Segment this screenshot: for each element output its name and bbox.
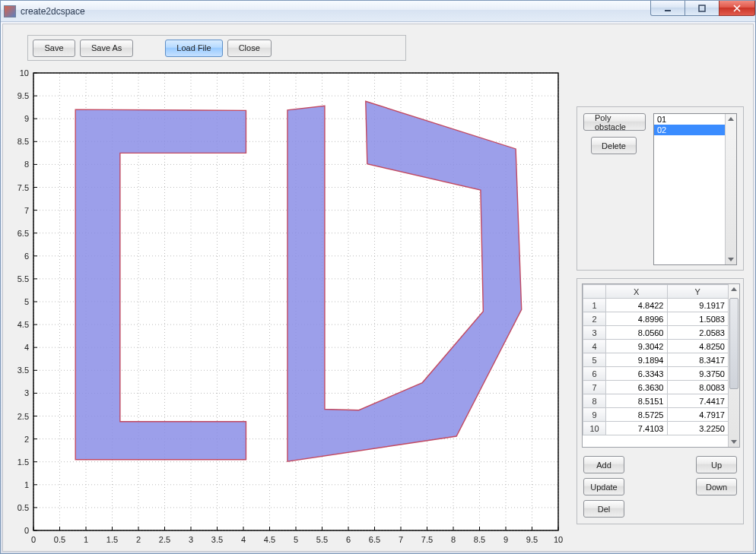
row-header[interactable]: 7 bbox=[583, 381, 606, 394]
cell-y[interactable]: 2.0583 bbox=[667, 326, 729, 340]
cell-x[interactable]: 8.5725 bbox=[606, 408, 668, 422]
load-file-button[interactable]: Load File bbox=[165, 40, 222, 57]
cell-y[interactable]: 9.3750 bbox=[667, 367, 729, 381]
vertex-table-container: X Y 14.84229.191724.89961.508338.05602.0… bbox=[582, 283, 740, 448]
svg-rect-1 bbox=[699, 5, 705, 11]
file-toolbar: Save Save As Load File Close bbox=[27, 35, 406, 61]
table-row[interactable]: 49.30424.8250 bbox=[583, 340, 729, 353]
vertex-table[interactable]: X Y 14.84229.191724.89961.508338.05602.0… bbox=[583, 284, 729, 435]
row-header[interactable]: 4 bbox=[583, 340, 606, 353]
svg-text:5: 5 bbox=[24, 297, 29, 306]
obstacle-list-item[interactable]: 01 bbox=[654, 114, 736, 125]
row-header[interactable]: 9 bbox=[583, 408, 606, 422]
table-row[interactable]: 38.05602.0583 bbox=[583, 326, 729, 340]
svg-text:0: 0 bbox=[31, 535, 36, 544]
minimize-button[interactable] bbox=[650, 1, 685, 16]
plot-canvas: 00.511.522.533.544.555.566.577.588.599.5… bbox=[8, 68, 564, 549]
table-row[interactable]: 107.41033.2250 bbox=[583, 422, 729, 435]
delete-obstacle-button[interactable]: Delete bbox=[591, 137, 637, 154]
row-header[interactable]: 5 bbox=[583, 353, 606, 367]
cell-x[interactable]: 4.8996 bbox=[606, 312, 668, 326]
row-header[interactable]: 1 bbox=[583, 299, 606, 312]
col-header-y[interactable]: Y bbox=[667, 285, 729, 299]
cell-y[interactable]: 3.2250 bbox=[667, 422, 729, 435]
svg-text:2.5: 2.5 bbox=[159, 535, 170, 544]
svg-text:7.5: 7.5 bbox=[421, 535, 433, 544]
svg-text:4.5: 4.5 bbox=[17, 320, 29, 329]
svg-text:6: 6 bbox=[346, 535, 351, 544]
obstacle-list-item[interactable]: 02 bbox=[654, 125, 736, 135]
svg-text:3: 3 bbox=[24, 388, 29, 397]
plot-axes[interactable]: 00.511.522.533.544.555.566.577.588.599.5… bbox=[8, 68, 564, 549]
table-corner bbox=[583, 285, 606, 299]
close-window-button[interactable] bbox=[719, 1, 755, 16]
svg-text:2.5: 2.5 bbox=[17, 412, 29, 421]
table-scrollbar[interactable] bbox=[728, 284, 739, 447]
cell-x[interactable]: 9.1894 bbox=[606, 353, 668, 367]
poly-obstacle-button[interactable]: Poly obstacle bbox=[583, 113, 646, 131]
titlebar[interactable]: create2dcspace bbox=[1, 1, 755, 22]
row-header[interactable]: 2 bbox=[583, 312, 606, 326]
add-vertex-button[interactable]: Add bbox=[583, 456, 624, 473]
table-row[interactable]: 14.84229.1917 bbox=[583, 299, 729, 312]
table-row[interactable]: 98.57254.7917 bbox=[583, 408, 729, 422]
svg-text:2: 2 bbox=[136, 535, 141, 544]
cell-y[interactable]: 1.5083 bbox=[667, 312, 729, 326]
cell-y[interactable]: 7.4417 bbox=[667, 394, 729, 408]
window-title: create2dcspace bbox=[21, 6, 85, 17]
cell-y[interactable]: 4.7917 bbox=[667, 408, 729, 422]
close-button[interactable]: Close bbox=[227, 40, 272, 57]
cell-x[interactable]: 8.0560 bbox=[606, 326, 668, 340]
svg-text:1: 1 bbox=[84, 535, 88, 544]
cell-y[interactable]: 8.0083 bbox=[667, 381, 729, 394]
svg-text:6.5: 6.5 bbox=[369, 535, 380, 544]
down-vertex-button[interactable]: Down bbox=[696, 478, 737, 495]
row-header[interactable]: 6 bbox=[583, 367, 606, 381]
cell-x[interactable]: 7.4103 bbox=[606, 422, 668, 435]
svg-text:6.5: 6.5 bbox=[17, 229, 29, 238]
svg-text:7.5: 7.5 bbox=[17, 183, 29, 192]
svg-text:5: 5 bbox=[294, 535, 298, 544]
table-row[interactable]: 88.51517.4417 bbox=[583, 394, 729, 408]
svg-text:5.5: 5.5 bbox=[316, 535, 328, 544]
obstacle-listbox[interactable]: 0102 bbox=[653, 113, 737, 265]
table-row[interactable]: 66.33439.3750 bbox=[583, 367, 729, 381]
col-header-x[interactable]: X bbox=[606, 285, 668, 299]
svg-text:1.5: 1.5 bbox=[17, 457, 29, 467]
cell-x[interactable]: 9.3042 bbox=[606, 340, 668, 353]
cell-y[interactable]: 9.1917 bbox=[667, 299, 729, 312]
app-window: create2dcspace Save Save As Load File Cl… bbox=[0, 0, 756, 554]
save-as-button[interactable]: Save As bbox=[80, 40, 133, 57]
cell-x[interactable]: 6.3630 bbox=[606, 381, 668, 394]
svg-text:8.5: 8.5 bbox=[17, 137, 29, 146]
svg-text:3: 3 bbox=[189, 535, 193, 544]
close-icon bbox=[733, 5, 741, 12]
row-header[interactable]: 10 bbox=[583, 422, 606, 435]
row-header[interactable]: 3 bbox=[583, 326, 606, 340]
cell-y[interactable]: 8.3417 bbox=[667, 353, 729, 367]
cell-x[interactable]: 8.5151 bbox=[606, 394, 668, 408]
cell-x[interactable]: 6.3343 bbox=[606, 367, 668, 381]
update-vertex-button[interactable]: Update bbox=[583, 478, 624, 495]
up-vertex-button[interactable]: Up bbox=[696, 456, 737, 473]
scrollbar-thumb[interactable] bbox=[729, 298, 739, 389]
cell-x[interactable]: 4.8422 bbox=[606, 299, 668, 312]
table-row[interactable]: 24.89961.5083 bbox=[583, 312, 729, 326]
svg-text:5.5: 5.5 bbox=[17, 274, 29, 283]
client-area: Save Save As Load File Close 00.511.522.… bbox=[2, 24, 754, 552]
listbox-scrollbar[interactable] bbox=[725, 114, 736, 264]
svg-text:9: 9 bbox=[24, 114, 29, 123]
minimize-icon bbox=[664, 5, 672, 12]
del-vertex-button[interactable]: Del bbox=[583, 500, 624, 518]
table-row[interactable]: 59.18948.3417 bbox=[583, 353, 729, 367]
svg-text:9.5: 9.5 bbox=[526, 535, 538, 544]
cell-y[interactable]: 4.8250 bbox=[667, 340, 729, 353]
maximize-button[interactable] bbox=[685, 1, 719, 16]
svg-text:3.5: 3.5 bbox=[17, 366, 29, 375]
svg-text:2: 2 bbox=[24, 435, 29, 444]
row-header[interactable]: 8 bbox=[583, 394, 606, 408]
save-button[interactable]: Save bbox=[33, 40, 75, 57]
vertex-panel: X Y 14.84229.191724.89961.508338.05602.0… bbox=[577, 278, 744, 524]
svg-text:8: 8 bbox=[451, 535, 456, 544]
table-row[interactable]: 76.36308.0083 bbox=[583, 381, 729, 394]
